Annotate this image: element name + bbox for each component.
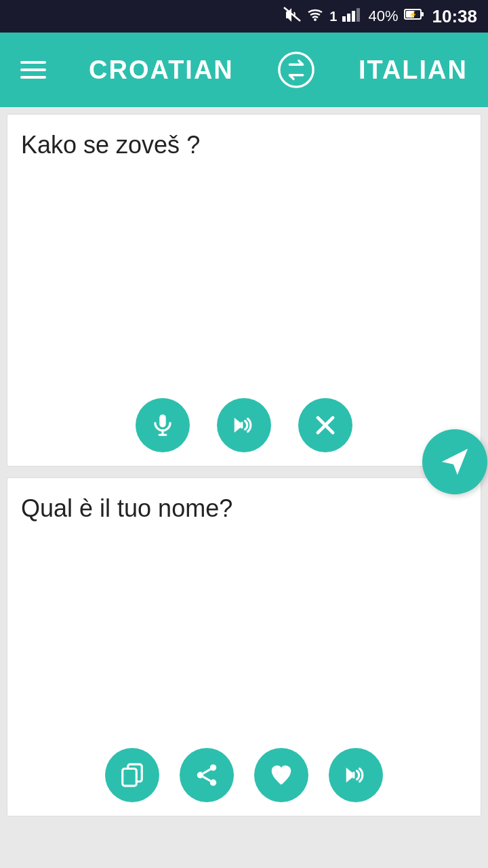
sim-icon: 1 bbox=[329, 9, 337, 24]
translated-text: Qual è il tuo nome? bbox=[21, 492, 467, 526]
svg-rect-19 bbox=[123, 769, 137, 786]
svg-rect-15 bbox=[241, 422, 243, 429]
swap-languages-button[interactable] bbox=[277, 50, 316, 90]
status-bar: 1 40% ⚡ 10:38 bbox=[0, 0, 488, 33]
svg-rect-2 bbox=[342, 16, 346, 22]
copy-button[interactable] bbox=[105, 748, 159, 802]
svg-rect-26 bbox=[352, 772, 354, 778]
menu-button[interactable] bbox=[20, 61, 46, 79]
speak-output-button[interactable] bbox=[329, 748, 383, 802]
signal-icon bbox=[342, 7, 363, 26]
wifi-icon bbox=[306, 7, 324, 26]
svg-point-22 bbox=[210, 779, 217, 786]
battery-icon: ⚡ bbox=[404, 7, 424, 25]
source-text-input[interactable] bbox=[21, 128, 467, 372]
svg-text:⚡: ⚡ bbox=[409, 10, 418, 19]
svg-rect-3 bbox=[347, 14, 350, 22]
battery-percent: 40% bbox=[368, 7, 398, 25]
svg-rect-7 bbox=[421, 12, 424, 16]
svg-point-10 bbox=[279, 53, 313, 87]
share-button[interactable] bbox=[180, 748, 234, 802]
input-actions bbox=[7, 398, 481, 452]
svg-point-1 bbox=[314, 18, 317, 21]
svg-marker-14 bbox=[235, 418, 241, 433]
svg-point-21 bbox=[197, 772, 204, 778]
time: 10:38 bbox=[432, 6, 478, 27]
svg-line-23 bbox=[203, 776, 211, 781]
output-actions bbox=[7, 748, 481, 802]
main-content: Qual è il tuo nome? bbox=[0, 107, 488, 868]
mute-icon bbox=[283, 7, 301, 26]
svg-point-20 bbox=[210, 764, 217, 771]
source-language-selector[interactable]: CROATIAN bbox=[89, 56, 234, 85]
favorite-button[interactable] bbox=[254, 748, 308, 802]
svg-marker-25 bbox=[346, 768, 353, 783]
clear-button[interactable] bbox=[298, 398, 352, 452]
output-section: Qual è il tuo nome? bbox=[7, 477, 481, 816]
target-language-selector[interactable]: ITALIAN bbox=[359, 56, 468, 85]
speak-input-button[interactable] bbox=[217, 398, 271, 452]
microphone-button[interactable] bbox=[136, 398, 190, 452]
input-section bbox=[7, 114, 481, 467]
send-translate-button[interactable] bbox=[422, 429, 487, 494]
svg-rect-11 bbox=[159, 414, 166, 427]
toolbar: CROATIAN ITALIAN bbox=[0, 33, 488, 107]
svg-rect-5 bbox=[357, 8, 360, 22]
svg-rect-4 bbox=[352, 11, 355, 22]
svg-line-24 bbox=[203, 769, 211, 773]
